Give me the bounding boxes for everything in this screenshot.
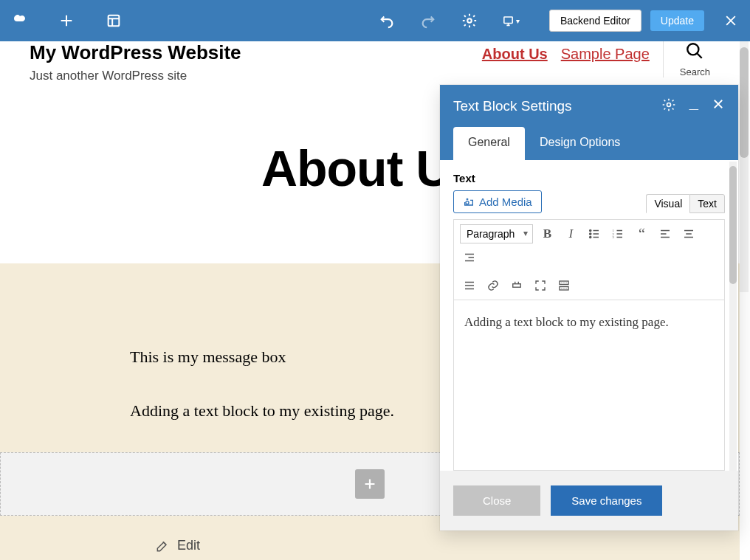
svg-point-3 (688, 44, 699, 55)
format-select[interactable]: Paragraph (460, 224, 533, 243)
panel-scrollbar[interactable] (729, 162, 737, 471)
svg-rect-2 (504, 17, 512, 24)
svg-text:3: 3 (613, 235, 615, 239)
page-scrollbar[interactable] (740, 41, 749, 292)
panel-close-icon[interactable] (712, 97, 725, 115)
svg-point-4 (667, 103, 670, 106)
nav-link-sample-page[interactable]: Sample Page (561, 46, 650, 63)
link-icon[interactable] (484, 276, 503, 295)
svg-rect-12 (513, 284, 521, 288)
nav-links: About Us Sample Page (482, 46, 650, 63)
svg-point-6 (590, 229, 591, 231)
add-element-icon[interactable] (58, 12, 75, 30)
svg-point-7 (590, 233, 591, 235)
site-branding: My WordPress Website Just another WordPr… (30, 41, 241, 83)
panel-scrollbar-thumb[interactable] (729, 166, 737, 284)
nav-link-about-us[interactable]: About Us (482, 46, 548, 63)
editor-mode-visual[interactable]: Visual (646, 194, 689, 213)
topbar-center-group: ▾ (378, 12, 520, 30)
responsive-icon[interactable]: ▾ (502, 12, 520, 30)
site-title: My WordPress Website (30, 41, 241, 64)
quote-icon[interactable]: “ (632, 224, 651, 243)
backend-editor-button[interactable]: Backend Editor (549, 10, 641, 32)
add-element-button[interactable] (355, 469, 385, 499)
svg-point-8 (590, 236, 591, 238)
close-editor-icon[interactable] (722, 12, 740, 30)
search-label: Search (680, 66, 710, 77)
svg-rect-0 (109, 15, 120, 27)
header-nav-group: About Us Sample Page Search (482, 41, 710, 77)
italic-icon[interactable]: I (561, 224, 580, 243)
settings-icon[interactable] (461, 12, 478, 30)
bold-icon[interactable]: B (537, 224, 557, 243)
template-icon[interactable] (105, 12, 123, 30)
update-button[interactable]: Update (650, 10, 704, 31)
panel-body: Text Add Media Visual Text Paragraph B I… (440, 160, 738, 471)
panel-header: Text Block Settings _ (440, 85, 738, 127)
add-media-button[interactable]: Add Media (453, 190, 542, 213)
editor-mode-text[interactable]: Text (689, 194, 725, 213)
bullet-list-icon[interactable] (585, 224, 604, 243)
panel-tabs: General Design Options (440, 127, 738, 160)
redo-icon[interactable] (419, 12, 437, 30)
panel-title: Text Block Settings (453, 98, 661, 114)
page-scrollbar-thumb[interactable] (740, 47, 749, 158)
numbered-list-icon[interactable]: 123 (608, 224, 627, 243)
undo-icon[interactable] (378, 12, 396, 30)
svg-point-5 (466, 201, 469, 204)
tab-design-options[interactable]: Design Options (525, 127, 635, 160)
tab-general[interactable]: General (453, 127, 525, 160)
search-toggle[interactable]: Search (663, 41, 710, 77)
align-right-icon[interactable] (460, 248, 479, 267)
text-block-settings-panel: Text Block Settings _ General Design Opt… (440, 85, 738, 530)
align-justify-icon[interactable] (460, 276, 479, 295)
save-changes-button[interactable]: Save changes (551, 485, 662, 516)
logo-icon[interactable] (10, 12, 28, 30)
panel-minimize-icon[interactable]: _ (689, 97, 698, 115)
panel-settings-icon[interactable] (661, 97, 676, 115)
topbar-left-group (10, 12, 123, 30)
edit-link-label: Edit (177, 538, 200, 553)
text-field-label: Text (440, 172, 738, 190)
align-center-icon[interactable] (679, 224, 698, 243)
site-tagline: Just another WordPress site (30, 69, 241, 83)
editor-mode-tabs: Visual Text (646, 194, 725, 213)
add-media-label: Add Media (479, 196, 532, 208)
close-button[interactable]: Close (453, 485, 540, 516)
editor-content[interactable]: Adding a text block to my existing page. (453, 300, 725, 471)
unlink-icon[interactable] (507, 276, 526, 295)
top-toolbar: ▾ Backend Editor Update (0, 0, 750, 41)
toolbar-toggle-icon[interactable] (554, 276, 574, 295)
media-row: Add Media Visual Text (440, 190, 738, 219)
fullscreen-icon[interactable] (531, 276, 550, 295)
topbar-right-group: Backend Editor Update (549, 10, 740, 32)
panel-header-icons: _ (661, 97, 725, 115)
editor-toolbar: Paragraph B I 123 “ (453, 219, 725, 300)
svg-point-1 (467, 18, 472, 23)
panel-footer: Close Save changes (440, 471, 738, 530)
align-left-icon[interactable] (656, 224, 675, 243)
